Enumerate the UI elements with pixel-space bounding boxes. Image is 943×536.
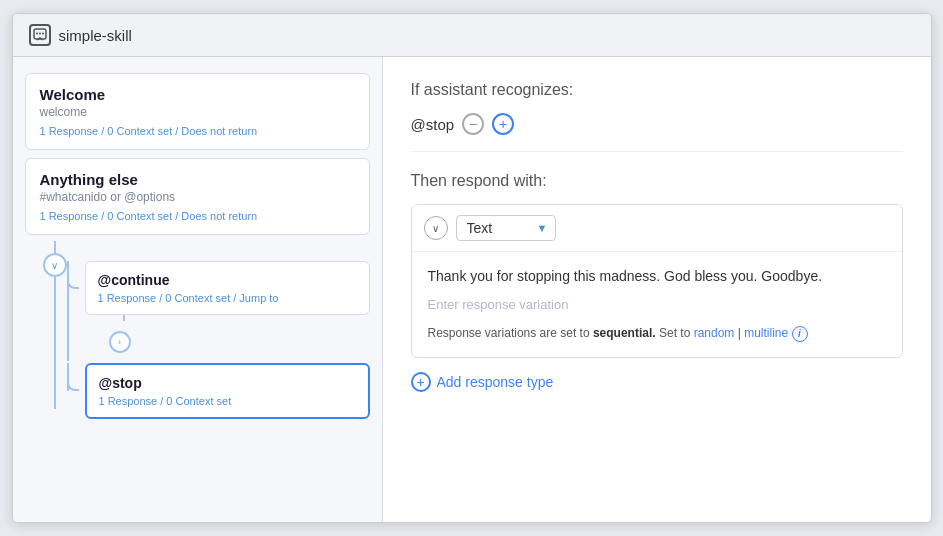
svg-point-2 bbox=[39, 33, 41, 35]
footer-random-link[interactable]: random bbox=[694, 326, 735, 340]
node-card-welcome[interactable]: Welcome welcome 1 Response / 0 Context s… bbox=[25, 73, 370, 150]
collapse-response-button[interactable]: ∨ bbox=[424, 216, 448, 240]
svg-point-1 bbox=[36, 33, 38, 35]
app-window: simple-skill Welcome welcome 1 Response … bbox=[12, 13, 932, 523]
add-response-label: Add response type bbox=[437, 374, 554, 390]
add-response-circle-icon: + bbox=[411, 372, 431, 392]
response-type-select[interactable]: Text Image Option Pause bbox=[456, 215, 556, 241]
footer-text: Response variations are set to bbox=[428, 326, 590, 340]
footer-set-to: Set to bbox=[659, 326, 694, 340]
app-icon bbox=[29, 24, 51, 46]
recognizes-section: If assistant recognizes: @stop − + bbox=[411, 81, 903, 152]
response-card-body: Thank you for stopping this madness. God… bbox=[412, 252, 902, 357]
node-subtitle-welcome: welcome bbox=[40, 105, 355, 119]
node-group-anything-else: Anything else #whatcanido or @options 1 … bbox=[25, 158, 370, 419]
footer-bold: sequential. bbox=[593, 326, 656, 340]
add-response-type-button[interactable]: + Add response type bbox=[411, 372, 554, 392]
intent-row: @stop − + bbox=[411, 113, 903, 152]
node-meta-anything-else: 1 Response / 0 Context set / Does not re… bbox=[40, 210, 355, 222]
node-title-welcome: Welcome bbox=[40, 86, 355, 103]
response-text: Thank you for stopping this madness. God… bbox=[428, 266, 886, 287]
node-title-stop: @stop bbox=[99, 375, 356, 391]
svg-point-3 bbox=[42, 33, 44, 35]
response-footer: Response variations are set to sequentia… bbox=[428, 324, 886, 343]
node-meta-welcome: 1 Response / 0 Context set / Does not re… bbox=[40, 125, 355, 137]
node-meta-continue: 1 Response / 0 Context set / Jump to bbox=[98, 292, 357, 304]
app-title: simple-skill bbox=[59, 27, 132, 44]
response-card: ∨ Text Image Option Pause ▼ Than bbox=[411, 204, 903, 358]
add-intent-button[interactable]: + bbox=[492, 113, 514, 135]
right-panel: If assistant recognizes: @stop − + Then … bbox=[383, 57, 931, 522]
response-type-wrapper: Text Image Option Pause ▼ bbox=[456, 215, 556, 241]
expand-btn-anything-else[interactable]: ∨ bbox=[43, 253, 67, 277]
node-card-continue[interactable]: @continue 1 Response / 0 Context set / J… bbox=[85, 261, 370, 315]
response-card-header: ∨ Text Image Option Pause ▼ bbox=[412, 205, 902, 252]
remove-intent-button[interactable]: − bbox=[462, 113, 484, 135]
node-meta-stop: 1 Response / 0 Context set bbox=[99, 395, 356, 407]
node-card-anything-else[interactable]: Anything else #whatcanido or @options 1 … bbox=[25, 158, 370, 235]
info-icon[interactable]: i bbox=[792, 326, 808, 342]
node-title-continue: @continue bbox=[98, 272, 357, 288]
node-card-stop[interactable]: @stop 1 Response / 0 Context set bbox=[85, 363, 370, 419]
sub-expand-btn-continue[interactable]: › bbox=[109, 331, 131, 353]
node-subtitle-anything-else: #whatcanido or @options bbox=[40, 190, 355, 204]
title-bar: simple-skill bbox=[13, 14, 931, 57]
respond-section: Then respond with: ∨ Text Image Option P… bbox=[411, 172, 903, 392]
left-panel: Welcome welcome 1 Response / 0 Context s… bbox=[13, 57, 383, 522]
response-variation-input[interactable]: Enter response variation bbox=[428, 297, 886, 312]
node-title-anything-else: Anything else bbox=[40, 171, 355, 188]
footer-multiline-link[interactable]: multiline bbox=[744, 326, 788, 340]
respond-label: Then respond with: bbox=[411, 172, 903, 190]
main-content: Welcome welcome 1 Response / 0 Context s… bbox=[13, 57, 931, 522]
recognizes-label: If assistant recognizes: bbox=[411, 81, 903, 99]
intent-name: @stop bbox=[411, 116, 455, 133]
